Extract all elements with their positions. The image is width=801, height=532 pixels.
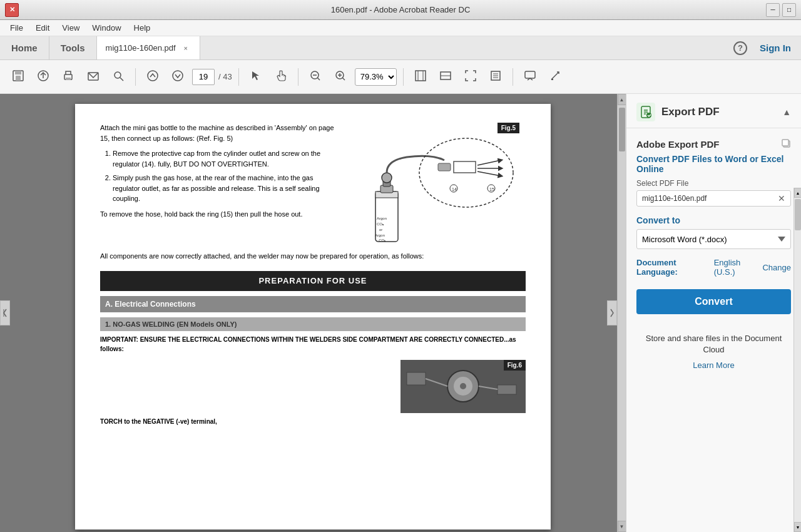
- read-mode-icon: [489, 69, 502, 84]
- nav-up-icon: [147, 70, 158, 84]
- main-area: Attach the mini gas bottle to the machin…: [0, 94, 801, 532]
- right-scrollbar-thumb[interactable]: [795, 199, 801, 230]
- menu-help[interactable]: Help: [129, 22, 156, 34]
- menu-view[interactable]: View: [57, 22, 84, 34]
- pdf-remove-hose: To remove the hose, hold back the ring (…: [100, 209, 338, 220]
- select-tool-button[interactable]: [245, 66, 267, 88]
- tab-home[interactable]: Home: [0, 36, 49, 59]
- upload-button[interactable]: [33, 66, 54, 88]
- pdf-sub-header-1: 1. NO-GAS WELDING (EN Models ONLY): [100, 317, 526, 332]
- zoom-in-button[interactable]: [330, 66, 351, 88]
- right-scrollbar-down[interactable]: ▼: [794, 522, 801, 532]
- file-clear-button[interactable]: ✕: [778, 193, 785, 203]
- convert-pdf-label: Convert PDF Files to Word or Excel Onlin…: [636, 154, 791, 174]
- nav-down-button[interactable]: [167, 66, 188, 88]
- cloud-text: Store and share files in the Document Cl…: [636, 333, 791, 356]
- close-tab-button[interactable]: ×: [181, 43, 191, 53]
- svg-text:14: 14: [452, 187, 457, 192]
- zoom-select[interactable]: 79.3% 50% 75% 100% 125% 150%: [355, 68, 397, 86]
- right-panel-scrollbar: ▲ ▼: [793, 188, 801, 532]
- menu-file[interactable]: File: [5, 22, 28, 34]
- pdf-list: Remove the protective cap from the cylin…: [113, 148, 338, 204]
- svg-point-55: [460, 383, 466, 389]
- markup-button[interactable]: [544, 66, 566, 88]
- comment-button[interactable]: [519, 66, 541, 88]
- fig5-label: Fig.5: [497, 123, 519, 133]
- svg-text:Argon: Argon: [377, 217, 387, 220]
- email-button[interactable]: [83, 66, 104, 88]
- zoom-out-button[interactable]: [305, 66, 326, 88]
- toolbar-sep-2: [238, 68, 239, 86]
- svg-line-18: [342, 78, 345, 80]
- comment-icon: [524, 69, 536, 84]
- select-pdf-label: Select PDF File: [636, 179, 791, 188]
- fit-width-icon: [439, 69, 452, 84]
- pdf-sub-header-a: A. Electrical Connections: [100, 296, 526, 312]
- full-screen-icon: [464, 69, 477, 84]
- pdf-important: IMPORTANT: ENSURE THE ELECTRICAL CONNECT…: [100, 335, 526, 354]
- menu-edit[interactable]: Edit: [31, 22, 54, 34]
- right-panel: Export PDF ▲ Adobe Export PDF Convert PD…: [626, 94, 801, 532]
- nav-up-button[interactable]: [142, 66, 163, 88]
- pdf-scrollbar[interactable]: ▲ ▼: [617, 94, 626, 532]
- toolbar-sep-3: [298, 68, 298, 86]
- menu-bar: File Edit View Window Help: [0, 20, 801, 36]
- hand-tool-button[interactable]: [270, 66, 292, 88]
- fit-page-button[interactable]: [410, 66, 431, 88]
- tab-document[interactable]: mig110e-160en.pdf ×: [97, 36, 200, 59]
- svg-rect-1: [15, 71, 21, 74]
- full-screen-button[interactable]: [460, 66, 481, 88]
- toolbar-sep-1: [135, 68, 136, 86]
- svg-rect-42: [438, 163, 451, 171]
- save-button[interactable]: [8, 66, 29, 88]
- svg-line-8: [120, 78, 123, 81]
- right-scrollbar-up[interactable]: ▲: [794, 188, 801, 198]
- scrollbar-up-button[interactable]: ▲: [618, 94, 626, 105]
- read-mode-button[interactable]: [485, 66, 506, 88]
- learn-more-link[interactable]: Learn More: [693, 361, 734, 370]
- close-button[interactable]: ✕: [5, 3, 19, 17]
- tab-document-label: mig110e-160en.pdf: [106, 43, 176, 53]
- convert-button[interactable]: Convert: [636, 289, 791, 314]
- maximize-button[interactable]: □: [782, 3, 796, 17]
- upload-icon: [37, 69, 49, 84]
- minimize-button[interactable]: ─: [766, 3, 780, 17]
- doc-lang-label: Document Language:: [636, 258, 709, 277]
- svg-marker-11: [252, 71, 259, 80]
- convert-to-select[interactable]: Microsoft Word (*.docx) Microsoft Excel …: [636, 229, 791, 249]
- tab-spacer: [200, 36, 723, 59]
- page-number-input[interactable]: [192, 69, 215, 85]
- file-input-row[interactable]: mig110e-160en.pdf ✕: [636, 190, 791, 207]
- svg-point-9: [148, 71, 158, 81]
- help-icon[interactable]: ?: [733, 41, 747, 55]
- sign-in-button[interactable]: Sign In: [760, 43, 791, 53]
- svg-line-46: [477, 171, 501, 176]
- right-panel-body: Adobe Export PDF Convert PDF Files to Wo…: [626, 128, 801, 532]
- adobe-export-title: Adobe Export PDF: [636, 139, 720, 150]
- pdf-pane: Attach the mini gas bottle to the machin…: [0, 94, 626, 532]
- panel-collapse-button[interactable]: ▲: [782, 107, 791, 117]
- search-button[interactable]: [108, 66, 129, 88]
- print-icon: [62, 69, 74, 84]
- print-button[interactable]: [58, 66, 79, 88]
- svg-text:+ CO₂: + CO₂: [375, 238, 386, 242]
- fit-width-button[interactable]: [435, 66, 456, 88]
- tab-tools[interactable]: Tools: [49, 36, 97, 59]
- scrollbar-thumb[interactable]: [619, 108, 625, 151]
- fit-page-icon: [414, 69, 427, 84]
- svg-point-35: [382, 173, 392, 183]
- change-language-link[interactable]: Change: [762, 263, 791, 272]
- scrollbar-down-button[interactable]: ▼: [618, 521, 626, 532]
- svg-rect-19: [416, 71, 426, 81]
- menu-window[interactable]: Window: [87, 22, 126, 34]
- pdf-text-column: Attach the mini gas bottle to the machin…: [100, 123, 338, 251]
- tab-right-controls: ? Sign In: [723, 36, 801, 59]
- pdf-torch-text: TORCH to the NEGATIVE (-ve) terminal,: [100, 417, 526, 426]
- svg-text:CO₂: CO₂: [377, 222, 384, 226]
- copy-icon[interactable]: [781, 138, 791, 150]
- right-panel-toggle[interactable]: [607, 300, 617, 325]
- pdf-bottom-area: Fig.6: [100, 360, 526, 426]
- window-title: 160en.pdf - Adobe Acrobat Reader DC: [331, 5, 471, 14]
- svg-text:15: 15: [489, 187, 494, 192]
- left-panel-toggle[interactable]: [0, 300, 10, 325]
